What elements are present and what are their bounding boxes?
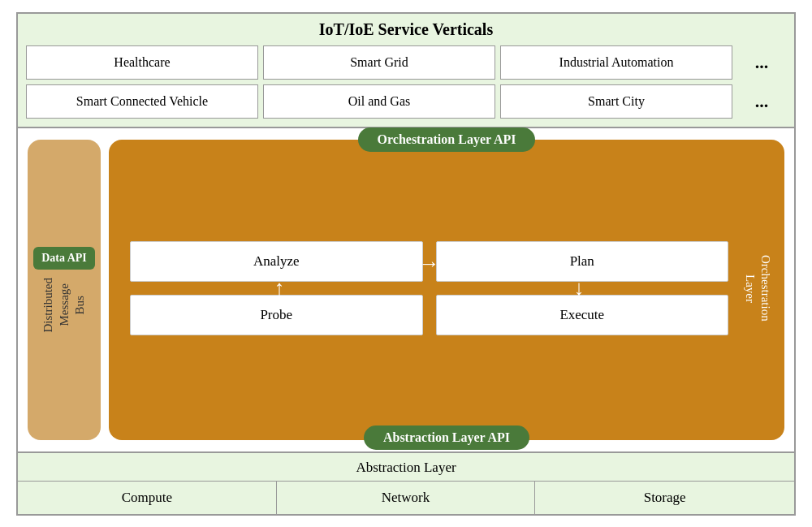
arrow-plan-execute: ↓ bbox=[574, 276, 585, 300]
orch-inner: Analyze Plan Probe Execute → ↓ bbox=[117, 158, 776, 419]
compute-cell: Compute bbox=[18, 482, 277, 514]
message-bus: Data API DistributedMessageBus bbox=[28, 140, 101, 440]
main-diagram: IoT/IoE Service Verticals Healthcare Sma… bbox=[16, 12, 796, 516]
iot-ioe-title: IoT/IoE Service Verticals bbox=[26, 20, 786, 39]
vertical-healthcare: Healthcare bbox=[26, 45, 258, 80]
orchestration-area: Orchestration Layer API Analyze Plan Pro… bbox=[109, 140, 784, 440]
arrow-probe-analyze: ↑ bbox=[274, 276, 284, 300]
vertical-industrial-automation: Industrial Automation bbox=[500, 45, 732, 80]
vertical-dots-2: ... bbox=[737, 84, 786, 119]
abstraction-api-badge: Abstraction Layer API bbox=[364, 425, 529, 450]
storage-cell: Storage bbox=[535, 482, 794, 514]
orch-boxes: Analyze Plan Probe Execute → ↓ bbox=[117, 233, 741, 343]
orchestration-api-badge: Orchestration Layer API bbox=[358, 127, 536, 152]
verticals-grid: Healthcare Smart Grid Industrial Automat… bbox=[26, 45, 786, 119]
data-api-box: Data API bbox=[33, 247, 95, 270]
execute-box: Execute bbox=[436, 295, 729, 335]
bottom-section: Abstraction Layer Compute Network Storag… bbox=[18, 451, 794, 514]
network-cell: Network bbox=[277, 482, 536, 514]
arrow-analyze-plan: → bbox=[419, 252, 440, 276]
vertical-dots-1: ... bbox=[737, 45, 786, 80]
message-bus-inner: Data API DistributedMessageBus bbox=[33, 247, 95, 333]
vertical-smart-grid: Smart Grid bbox=[263, 45, 495, 80]
abstraction-layer-row: Abstraction Layer bbox=[18, 453, 794, 482]
compute-network-storage: Compute Network Storage bbox=[18, 482, 794, 514]
vertical-oil-and-gas: Oil and Gas bbox=[263, 84, 495, 119]
probe-box: Probe bbox=[130, 295, 423, 335]
vertical-smart-city: Smart City bbox=[500, 84, 732, 119]
middle-section: Data API DistributedMessageBus Orchestra… bbox=[18, 128, 794, 451]
message-bus-label: DistributedMessageBus bbox=[41, 278, 89, 333]
top-section: IoT/IoE Service Verticals Healthcare Sma… bbox=[18, 14, 794, 128]
orchestration-side-label: OrchestrationLayer bbox=[741, 255, 776, 322]
vertical-smart-connected-vehicle: Smart Connected Vehicle bbox=[26, 84, 258, 119]
